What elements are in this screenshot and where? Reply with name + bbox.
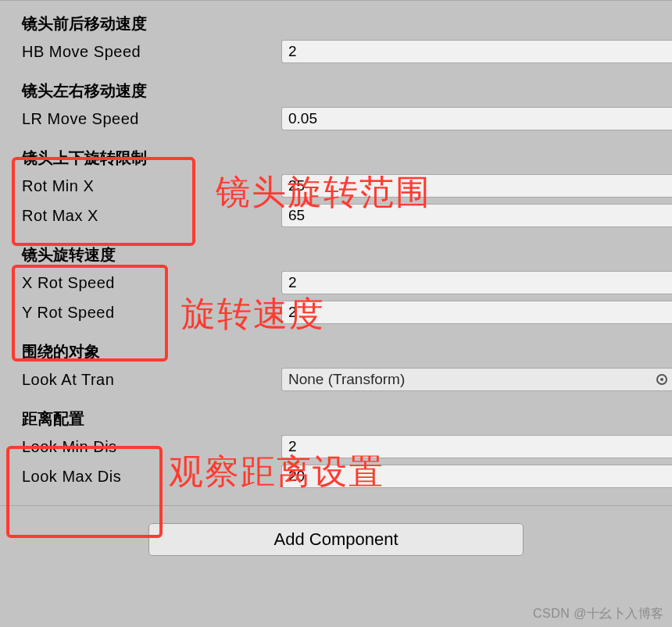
add-component-button[interactable]: Add Component <box>148 523 524 556</box>
header-rot-speed: 镜头旋转速度 <box>0 240 672 268</box>
input-look-max-dis[interactable] <box>281 465 672 488</box>
inspector-panel: 镜头前后移动速度 HB Move Speed 镜头左右移动速度 LR Move … <box>0 0 672 627</box>
input-lr-move-speed[interactable] <box>281 107 672 130</box>
label-look-at-tran: Look At Tran <box>22 371 281 389</box>
label-hb-move-speed: HB Move Speed <box>22 43 281 61</box>
row-x-rot-speed: X Rot Speed <box>0 268 672 297</box>
header-lr-move: 镜头左右移动速度 <box>0 76 672 104</box>
header-rot-speed-label: 镜头旋转速度 <box>22 246 116 263</box>
header-rot-limit-label: 镜头上下旋转限制 <box>22 149 147 166</box>
row-look-at-tran: Look At Tran <box>0 365 672 394</box>
input-x-rot-speed[interactable] <box>281 271 672 294</box>
input-y-rot-speed[interactable] <box>281 301 672 324</box>
header-lr-move-label: 镜头左右移动速度 <box>22 82 147 99</box>
row-look-max-dis: Look Max Dis <box>0 461 672 491</box>
header-hb-move: 镜头前后移动速度 <box>0 9 672 37</box>
watermark-text: CSDN @十幺卜入博客 <box>533 606 664 622</box>
row-rot-min-x: Rot Min X <box>0 171 672 201</box>
input-hb-move-speed[interactable] <box>281 40 672 63</box>
label-lr-move-speed: LR Move Speed <box>22 110 281 128</box>
header-look-at: 围绕的对象 <box>0 337 672 365</box>
label-look-min-dis: Look Min Dis <box>22 438 281 456</box>
input-look-at-tran[interactable] <box>281 368 672 391</box>
header-distance: 距离配置 <box>0 404 672 432</box>
row-lr-move-speed: LR Move Speed <box>0 104 672 134</box>
input-rot-min-x[interactable] <box>281 174 672 198</box>
input-rot-max-x[interactable] <box>281 204 672 227</box>
row-rot-max-x: Rot Max X <box>0 201 672 230</box>
header-distance-label: 距离配置 <box>22 410 84 427</box>
label-rot-max-x: Rot Max X <box>22 207 281 225</box>
row-look-min-dis: Look Min Dis <box>0 432 672 461</box>
label-y-rot-speed: Y Rot Speed <box>22 304 281 322</box>
header-hb-move-label: 镜头前后移动速度 <box>22 15 147 32</box>
label-look-max-dis: Look Max Dis <box>22 468 281 486</box>
label-x-rot-speed: X Rot Speed <box>22 274 281 292</box>
target-icon <box>656 374 667 385</box>
header-rot-limit: 镜头上下旋转限制 <box>0 143 672 171</box>
object-picker-icon[interactable] <box>653 371 670 388</box>
label-rot-min-x: Rot Min X <box>22 177 281 195</box>
row-y-rot-speed: Y Rot Speed <box>0 297 672 327</box>
row-hb-move-speed: HB Move Speed <box>0 37 672 66</box>
header-look-at-label: 围绕的对象 <box>22 343 100 360</box>
input-look-min-dis[interactable] <box>281 435 672 458</box>
